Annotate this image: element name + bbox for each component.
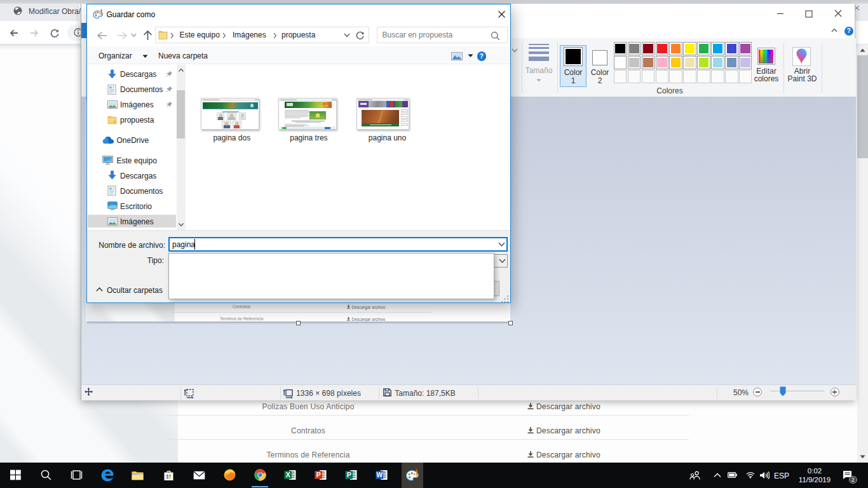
svg-text:P: P bbox=[346, 471, 351, 478]
svg-text:P: P bbox=[316, 471, 321, 478]
svg-text:W: W bbox=[376, 471, 383, 478]
svg-text:X: X bbox=[286, 471, 290, 478]
